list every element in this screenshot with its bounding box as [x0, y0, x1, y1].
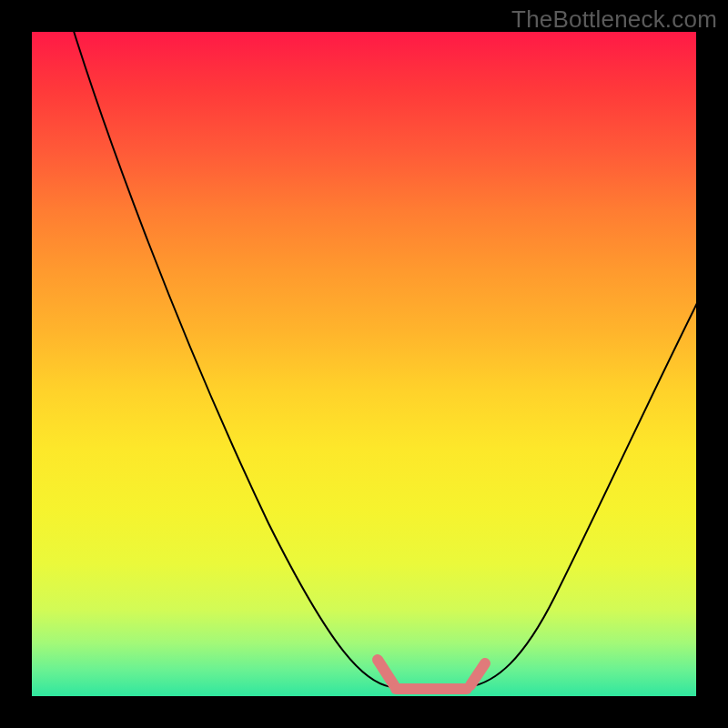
- curve-svg: [32, 32, 696, 696]
- accent-segment-left: [378, 660, 394, 685]
- watermark-source: TheBottleneck.com: [511, 5, 717, 34]
- plot-area: [32, 32, 696, 696]
- curve-path: [68, 14, 705, 687]
- chart-frame: TheBottleneck.com: [0, 0, 728, 728]
